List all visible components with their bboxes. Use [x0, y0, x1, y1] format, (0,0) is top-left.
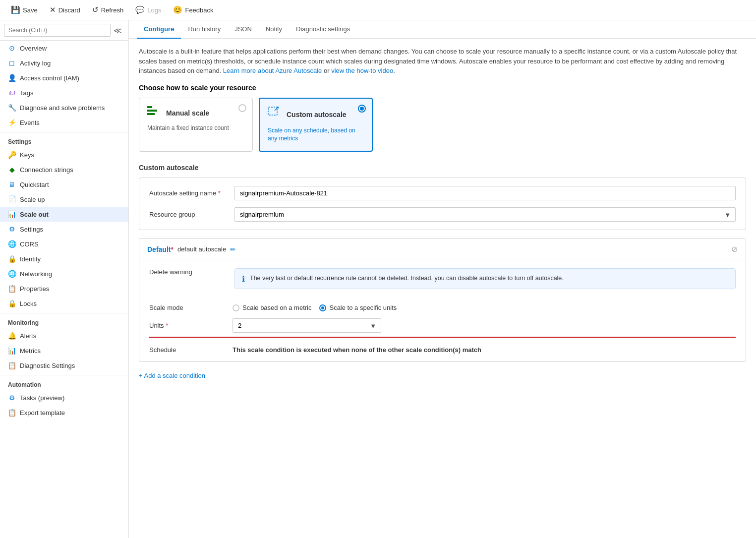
warning-text: The very last or default recurrence rule… — [250, 274, 564, 283]
scale-mode-label: Scale mode — [149, 304, 229, 311]
tab-json[interactable]: JSON — [228, 20, 259, 39]
add-scale-condition-link[interactable]: + Add a scale condition — [139, 370, 205, 381]
scale-to-units-option[interactable]: Scale to a specific units — [319, 304, 397, 311]
tasks-icon: ⚙ — [8, 394, 16, 402]
export-template-icon: 📋 — [8, 409, 16, 417]
scale-out-icon: 📊 — [8, 210, 16, 218]
svg-rect-1 — [147, 110, 157, 112]
how-to-video-link[interactable]: view the how-to video — [331, 67, 393, 74]
discard-button[interactable]: ✕ Discard — [45, 3, 85, 17]
sidebar-item-scale-up[interactable]: 📄 Scale up — [0, 192, 128, 207]
svg-rect-3 — [268, 107, 277, 115]
manual-scale-radio[interactable] — [238, 104, 246, 112]
manual-scale-card[interactable]: Manual scale Maintain a fixed instance c… — [139, 98, 253, 152]
resource-group-select-wrapper: signalrpremium ▼ — [234, 207, 736, 222]
custom-autoscale-radio[interactable] — [358, 105, 366, 113]
sidebar-item-events[interactable]: ⚡ Events — [0, 115, 128, 130]
quickstart-icon: 🖥 — [8, 180, 16, 188]
sidebar-item-locks[interactable]: 🔒 Locks — [0, 296, 128, 311]
svg-rect-0 — [147, 106, 152, 108]
activity-log-icon: ◻ — [8, 59, 16, 67]
delete-condition-icon[interactable]: ⊘ — [731, 244, 738, 254]
custom-autoscale-desc: Scale on any schedule, based on any metr… — [268, 126, 364, 143]
tab-notify[interactable]: Notify — [259, 20, 289, 39]
schedule-row: Schedule This scale condition is execute… — [149, 342, 736, 354]
manual-scale-title: Manual scale — [166, 109, 209, 117]
schedule-label: Schedule — [149, 346, 229, 354]
sidebar-item-tags[interactable]: 🏷 Tags — [0, 85, 128, 100]
sidebar-item-networking[interactable]: 🌐 Networking — [0, 266, 128, 281]
sidebar-item-activity-log[interactable]: ◻ Activity log — [0, 56, 128, 70]
sidebar-item-settings[interactable]: ⚙ Settings — [0, 222, 128, 237]
feedback-icon: 😊 — [173, 5, 182, 14]
sidebar-item-alerts[interactable]: 🔔 Alerts — [0, 328, 128, 343]
scale-based-metric-radio[interactable] — [233, 304, 239, 311]
units-row: Units * 1 2 3 4 5 ▼ — [149, 318, 736, 333]
access-control-icon: 👤 — [8, 74, 16, 82]
refresh-button[interactable]: ↺ Refresh — [87, 3, 129, 17]
validation-error-line — [149, 337, 736, 338]
search-input[interactable] — [4, 24, 111, 37]
setting-name-label: Autoscale setting name * — [149, 189, 229, 197]
custom-autoscale-card[interactable]: Custom autoscale Scale on any schedule, … — [259, 98, 373, 152]
sidebar-item-properties[interactable]: 📋 Properties — [0, 281, 128, 296]
scale-to-units-radio[interactable] — [319, 304, 326, 311]
toolbar: 💾 Save ✕ Discard ↺ Refresh 💬 Logs 😊 Feed… — [0, 0, 756, 20]
manual-scale-icon — [147, 106, 161, 120]
learn-more-link[interactable]: Learn more about Azure Autoscale — [223, 67, 322, 74]
sidebar-item-overview[interactable]: ⊙ Overview — [0, 41, 128, 56]
sidebar-item-diagnose[interactable]: 🔧 Diagnose and solve problems — [0, 100, 128, 115]
sidebar-item-identity[interactable]: 🔒 Identity — [0, 251, 128, 266]
sidebar-item-diagnostic-settings[interactable]: 📋 Diagnostic Settings — [0, 358, 128, 373]
save-button[interactable]: 💾 Save — [6, 3, 43, 17]
tabs-bar: Configure Run history JSON Notify Diagno… — [129, 20, 756, 39]
monitoring-section-header: Monitoring — [0, 313, 128, 328]
identity-icon: 🔒 — [8, 255, 16, 263]
tab-run-history[interactable]: Run history — [181, 20, 228, 39]
sidebar-item-tasks[interactable]: ⚙ Tasks (preview) — [0, 390, 128, 405]
sidebar: ≪ ⊙ Overview ◻ Activity log 👤 Access con… — [0, 20, 129, 538]
logs-button[interactable]: 💬 Logs — [130, 3, 166, 17]
connection-strings-icon: ◆ — [8, 166, 16, 174]
keys-icon: 🔑 — [8, 151, 16, 159]
edit-condition-icon[interactable]: ✏ — [230, 245, 236, 253]
save-icon: 💾 — [11, 5, 20, 14]
condition-subname: default autoscale — [177, 245, 226, 253]
sidebar-item-quickstart[interactable]: 🖥 Quickstart — [0, 177, 128, 192]
description-text: Autoscale is a built-in feature that hel… — [139, 47, 746, 76]
scale-mode-row: Scale mode Scale based on a metric Scale… — [149, 304, 736, 311]
diagnostic-settings-icon: 📋 — [8, 361, 16, 369]
sidebar-item-keys[interactable]: 🔑 Keys — [0, 147, 128, 162]
sidebar-collapse-button[interactable]: ≪ — [111, 23, 124, 37]
sidebar-item-scale-out[interactable]: 📊 Scale out — [0, 207, 128, 222]
scale-based-metric-label: Scale based on a metric — [242, 304, 311, 311]
properties-icon: 📋 — [8, 285, 16, 293]
sidebar-item-export-template[interactable]: 📋 Export template — [0, 405, 128, 420]
sidebar-item-access-control[interactable]: 👤 Access control (IAM) — [0, 70, 128, 85]
scale-up-icon: 📄 — [8, 195, 16, 203]
sidebar-item-cors[interactable]: 🌐 CORS — [0, 237, 128, 251]
tab-diagnostic-settings[interactable]: Diagnostic settings — [289, 20, 357, 39]
feedback-button[interactable]: 😊 Feedback — [168, 3, 218, 17]
scale-mode-options: Scale based on a metric Scale to a speci… — [233, 304, 397, 311]
delete-warning-label: Delete warning — [149, 268, 229, 276]
resource-group-select[interactable]: signalrpremium — [234, 207, 736, 222]
units-label: Units * — [149, 322, 229, 329]
tags-icon: 🏷 — [8, 89, 16, 97]
scale-based-metric-option[interactable]: Scale based on a metric — [233, 304, 311, 311]
condition-name: Default* — [147, 245, 174, 253]
settings-icon: ⚙ — [8, 225, 16, 233]
autoscale-settings-form: Autoscale setting name * Resource group … — [139, 178, 746, 230]
content-area: Configure Run history JSON Notify Diagno… — [129, 20, 756, 538]
scale-options: Manual scale Maintain a fixed instance c… — [139, 98, 746, 152]
sidebar-item-connection-strings[interactable]: ◆ Connection strings — [0, 162, 128, 177]
alerts-icon: 🔔 — [8, 332, 16, 340]
automation-section-header: Automation — [0, 375, 128, 390]
delete-warning-box: ℹ The very last or default recurrence ru… — [234, 268, 736, 289]
scale-to-units-label: Scale to a specific units — [329, 304, 397, 311]
schedule-text: This scale condition is executed when no… — [233, 346, 481, 354]
units-select[interactable]: 1 2 3 4 5 — [233, 318, 381, 333]
setting-name-input[interactable] — [234, 186, 736, 200]
tab-configure[interactable]: Configure — [137, 20, 181, 39]
sidebar-item-metrics[interactable]: 📊 Metrics — [0, 343, 128, 358]
